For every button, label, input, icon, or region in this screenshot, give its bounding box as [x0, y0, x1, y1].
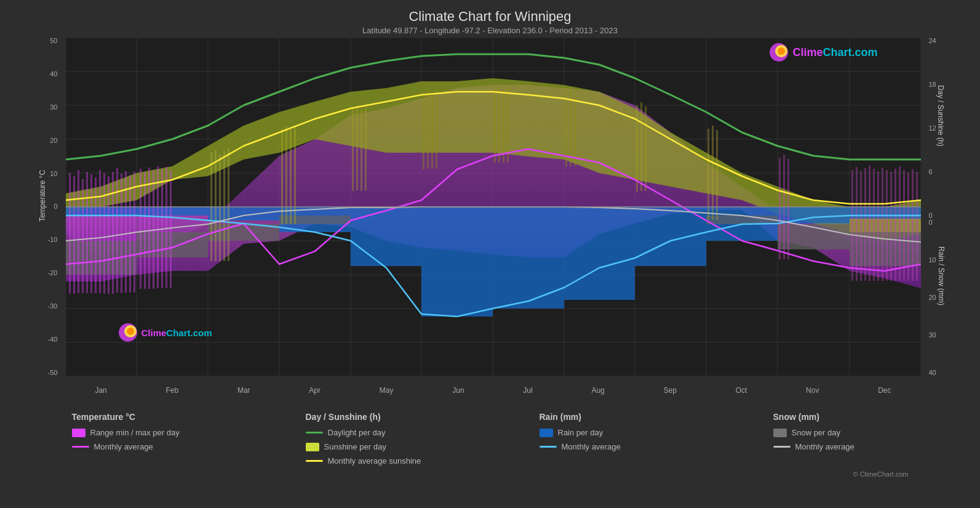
- legend-rain-avg: Monthly average: [540, 442, 675, 451]
- y-left-n50: -50: [48, 369, 58, 376]
- y-left-n40: -40: [48, 336, 58, 343]
- legend-snow-avg: Monthly average: [773, 442, 909, 451]
- svg-rect-76: [281, 129, 283, 225]
- snow-swatch: [773, 429, 787, 437]
- subtitle: Latitude 49.877 - Longitude -97.2 - Elev…: [362, 26, 618, 35]
- legend-snow-swatch: Snow per day: [773, 428, 909, 437]
- svg-rect-107: [864, 168, 866, 281]
- rain-label: Rain per day: [558, 428, 604, 437]
- svg-rect-36: [635, 207, 706, 266]
- svg-rect-85: [427, 89, 429, 169]
- legend-sun-col: Day / Sunshine (h) Daylight per day Suns…: [306, 412, 441, 466]
- svg-rect-29: [137, 207, 208, 216]
- rain-avg-label: Monthly average: [562, 442, 621, 451]
- legend-snow-col: Snow (mm) Snow per day Monthly average: [773, 412, 909, 466]
- sunshine-swatch: [306, 443, 319, 451]
- svg-rect-96: [640, 102, 642, 191]
- svg-rect-89: [498, 85, 500, 163]
- legend-temp-col: Temperature °C Range min / max per day M…: [72, 412, 207, 466]
- legend-sunshine-avg: Monthly average sunshine: [306, 456, 441, 466]
- legend-daylight: Daylight per day: [306, 428, 441, 437]
- svg-rect-48: [73, 176, 75, 294]
- sunshine-avg-label: Monthly average sunshine: [328, 456, 421, 466]
- y-left-n20: -20: [48, 270, 58, 276]
- legend-sun-title: Day / Sunshine (h): [306, 412, 441, 422]
- svg-rect-80: [352, 108, 354, 191]
- chart-area: ClimeChart.com ClimeChart.com: [66, 38, 921, 376]
- main-title: Climate Chart for Winnipeg: [362, 9, 618, 25]
- x-sep: Sep: [664, 386, 677, 395]
- snow-avg-label: Monthly average: [795, 442, 855, 451]
- daylight-label: Daylight per day: [328, 428, 386, 437]
- title-area: Climate Chart for Winnipeg Latitude 49.8…: [362, 0, 618, 38]
- x-nov: Nov: [806, 386, 819, 395]
- svg-rect-49: [78, 170, 79, 293]
- svg-rect-84: [423, 92, 424, 169]
- svg-rect-95: [636, 105, 638, 192]
- svg-rect-50: [82, 179, 84, 293]
- svg-rect-101: [779, 158, 781, 259]
- svg-rect-103: [787, 159, 789, 259]
- logo-text-bottom: ClimeChart.com: [141, 328, 212, 338]
- sunshine-label: Sunshine per day: [324, 442, 386, 451]
- svg-rect-75: [228, 148, 229, 261]
- y-left-20: 20: [50, 137, 57, 144]
- x-feb: Feb: [165, 386, 178, 395]
- legend-rain-swatch: Rain per day: [540, 428, 675, 437]
- logo-icon-top: [769, 42, 789, 62]
- x-jul: Jul: [523, 386, 532, 395]
- y-right-12: 12: [929, 125, 936, 132]
- svg-rect-108: [869, 166, 870, 281]
- legend-area: Temperature °C Range min / max per day M…: [23, 405, 958, 466]
- svg-rect-52: [90, 174, 92, 293]
- y-left-0: 0: [54, 203, 57, 210]
- snow-label: Snow per day: [792, 428, 841, 437]
- svg-rect-99: [712, 126, 714, 220]
- page-wrapper: Climate Chart for Winnipeg Latitude 49.8…: [0, 0, 980, 508]
- svg-rect-77: [285, 126, 287, 224]
- svg-point-126: [778, 47, 785, 55]
- rain-avg-line: [540, 446, 557, 448]
- svg-rect-109: [873, 169, 875, 281]
- svg-rect-100: [716, 130, 718, 220]
- svg-rect-83: [365, 107, 367, 191]
- rain-swatch: [540, 429, 553, 437]
- svg-rect-55: [103, 173, 105, 294]
- svg-rect-110: [877, 171, 879, 281]
- temp-range-label: Range min / max per day: [90, 428, 180, 437]
- svg-rect-118: [912, 169, 914, 281]
- svg-rect-57: [112, 172, 114, 294]
- x-mar: Mar: [237, 386, 250, 395]
- x-may: May: [380, 386, 394, 395]
- y-left-n30: -30: [48, 303, 58, 310]
- x-aug: Aug: [591, 386, 604, 395]
- legend-snow-title: Snow (mm): [773, 412, 909, 422]
- x-jan: Jan: [95, 386, 106, 395]
- y-left-title: Temperature °C: [38, 170, 47, 222]
- svg-rect-91: [507, 86, 509, 163]
- y-right-30: 30: [929, 332, 936, 339]
- svg-rect-116: [903, 170, 905, 281]
- svg-rect-97: [645, 107, 647, 191]
- x-oct: Oct: [736, 386, 747, 395]
- legend-rain-title: Rain (mm): [540, 412, 675, 422]
- legend-rain-col: Rain (mm) Rain per day Monthly average: [540, 412, 675, 466]
- legend-temp-title: Temperature °C: [72, 412, 207, 422]
- legend-sunshine-swatch: Sunshine per day: [306, 442, 441, 451]
- svg-rect-105: [856, 167, 858, 281]
- svg-rect-87: [436, 90, 437, 169]
- svg-point-123: [127, 328, 134, 335]
- y-left-40: 40: [50, 71, 57, 78]
- svg-rect-47: [69, 173, 71, 294]
- svg-rect-72: [215, 150, 217, 261]
- svg-rect-111: [882, 167, 883, 281]
- svg-rect-70: [170, 170, 172, 288]
- svg-rect-115: [899, 166, 901, 281]
- legend-temp-avg: Monthly average: [72, 442, 207, 451]
- x-dec: Dec: [878, 386, 891, 395]
- svg-rect-65: [148, 167, 150, 289]
- y-left-10: 10: [50, 171, 57, 177]
- logo-top-right: ClimeChart.com: [769, 42, 877, 62]
- y-right-top-title: Day / Sunshine (h): [936, 85, 945, 146]
- snow-avg-line: [773, 446, 791, 448]
